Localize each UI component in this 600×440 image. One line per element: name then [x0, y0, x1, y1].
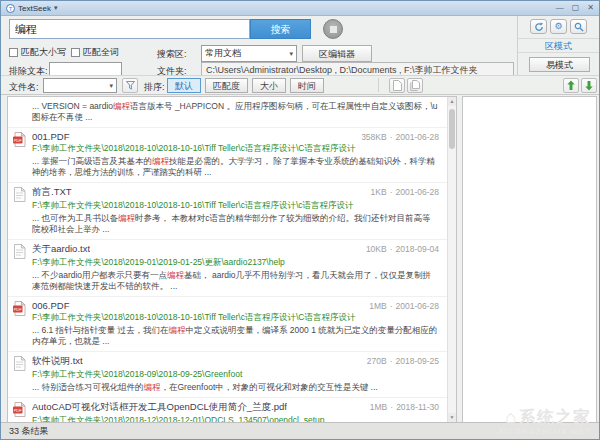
filter-bar: 文件名: ▾ 排序: 默认匹配度大小时间 [1, 75, 599, 95]
filter-button[interactable] [122, 78, 138, 93]
close-button[interactable]: ✕ [587, 3, 594, 13]
stop-button[interactable] [323, 19, 343, 39]
result-path: F:\李帅工作文件夹\2018\2019-01\2019-01-25\更新\aa… [32, 257, 439, 269]
meta-separator: · [390, 244, 393, 254]
sort-button-3[interactable]: 时间 [290, 78, 324, 93]
result-snippet: ... VERSION = aardio编程语言版本号 _HAPPICON 。应… [32, 101, 439, 123]
next-match-button[interactable] [581, 78, 597, 93]
svg-text:PDF: PDF [14, 138, 23, 143]
result-date: 2001-06-28 [396, 187, 439, 197]
result-size: 270B [367, 356, 387, 366]
result-path: F:\李帅工作文件夹\2018\2018-10\2018-10-16\Tiff … [32, 143, 439, 155]
result-filename: 001.PDF [32, 131, 70, 142]
result-snippet: ... 也可作为工具书以备编程时参考， 本教材对c语言的精华部分作了较为细致的介… [32, 213, 439, 235]
result-snippet: ... 6.1 指针与指针变量 过去，我们在编程中定义或说明变量，编译系 200… [32, 325, 439, 347]
result-size: 358KB [361, 132, 387, 142]
sort-button-0[interactable]: 默认 [167, 78, 201, 93]
zone-mode-link[interactable]: 区模式 [518, 38, 599, 53]
title-bar: T TextSeek ▾ — ▢ ✕ [1, 1, 599, 16]
result-path: F:\李帅工作文件夹\2018\2018-12\2018-12-01\ODCLS… [32, 415, 439, 422]
pdf-icon: PDF [13, 301, 26, 316]
result-item[interactable]: PDF 001.PDF 358KB·2001-06-28 F:\李帅工作文件夹\… [8, 128, 447, 183]
result-item[interactable]: PDF 关于aardio.txt 10KB·2018-09-04 F:\李帅工作… [8, 240, 447, 297]
meta-separator: · [390, 402, 393, 412]
textseek-window: T TextSeek ▾ — ▢ ✕ 搜索 匹配大小写 匹配全词 搜索区: 常用… [0, 0, 600, 440]
maximize-button[interactable]: ▢ [572, 3, 580, 13]
search-keyword-highlight: 编程 [113, 101, 130, 111]
scrollbar-thumb[interactable] [449, 109, 455, 149]
search-keyword-highlight: 编程 [143, 382, 160, 392]
result-filename: AutoCAD可视化对话框开发工具OpenDCL使用简介_兰度.pdf [32, 401, 287, 414]
meta-separator: · [390, 356, 393, 366]
sort-button-2[interactable]: 大小 [252, 78, 286, 93]
magnifier-icon [574, 22, 584, 32]
app-title[interactable]: TextSeek [18, 4, 51, 13]
search-keyword-highlight: 编程 [167, 270, 184, 280]
search-keyword-highlight: 编程 [118, 213, 135, 223]
whole-word-checkbox[interactable] [71, 48, 80, 57]
match-case-checkbox[interactable] [9, 48, 18, 57]
result-snippet: ... 特别适合练习可视化组件的编程，在Greenfoot中，对象的可视化和对象… [32, 382, 439, 393]
meta-separator: · [390, 187, 393, 197]
previous-match-button[interactable] [563, 78, 579, 93]
toolbar-divider [378, 78, 379, 92]
result-snippet: ... 不少aardio用户都表示只要有一点编程基础， aardio几乎不用特别… [32, 270, 439, 292]
pdf-icon: PDF [13, 132, 26, 147]
sort-button-1[interactable]: 匹配度 [205, 78, 248, 93]
scroll-up-button[interactable]: ▲ [448, 97, 456, 106]
result-size: 10KB [366, 244, 387, 254]
results-scrollbar[interactable]: ▲ ▼ [447, 97, 456, 422]
result-item-partial[interactable]: ... VERSION = aardio编程语言版本号 _HAPPICON 。应… [8, 97, 447, 128]
zone-label: 搜索区: [157, 48, 187, 61]
result-item[interactable]: PDF 006.PDF 1MB·2001-06-28 F:\李帅工作文件夹\20… [8, 297, 447, 352]
chevron-down-icon: ▾ [109, 82, 113, 90]
result-meta: 1KB·2001-06-28 [363, 187, 439, 197]
result-date: 2001-06-28 [396, 301, 439, 311]
stop-icon [330, 26, 337, 33]
results-list: ... VERSION = aardio编程语言版本号 _HAPPICON 。应… [8, 97, 447, 422]
whole-word-option[interactable]: 匹配全词 [71, 46, 119, 59]
settings-button[interactable]: ⚙ [550, 19, 567, 34]
match-case-label: 匹配大小写 [21, 46, 66, 59]
pdf-icon: PDF [13, 402, 26, 417]
easy-mode-button[interactable]: 易模式 [529, 57, 590, 72]
result-date: 2018-09-25 [396, 356, 439, 366]
result-item[interactable]: PDF 前言.TXT 1KB·2001-06-28 F:\李帅工作文件夹\201… [8, 183, 447, 240]
sort-label: 排序: [144, 81, 165, 94]
scroll-down-button[interactable]: ▼ [448, 413, 456, 422]
preview-search-button[interactable] [570, 19, 587, 34]
result-item[interactable]: PDF AutoCAD可视化对话框开发工具OpenDCL使用简介_兰度.pdf … [8, 398, 447, 422]
result-filename: 软件说明.txt [32, 355, 83, 368]
search-keyword-highlight: 编程 [152, 156, 169, 166]
svg-text:PDF: PDF [14, 307, 23, 312]
result-date: 2018-11-30 [396, 402, 439, 412]
zone-select[interactable]: 常用文档 ▾ [201, 45, 297, 62]
result-count: 33 条结果 [9, 426, 49, 436]
result-meta: 10KB·2018-09-04 [358, 244, 439, 254]
documents-stack-icon [410, 80, 421, 91]
result-item[interactable]: PDF 软件说明.txt 270B·2018-09-25 F:\李帅工作文件夹\… [8, 352, 447, 398]
app-icon: T [6, 4, 15, 13]
txt-icon [13, 187, 26, 202]
app-menu-caret-icon[interactable]: ▾ [54, 4, 58, 12]
result-path: F:\李帅工作文件夹\2018\2018-10\2018-10-16\Tiff … [32, 200, 439, 212]
match-case-option[interactable]: 匹配大小写 [9, 46, 66, 59]
refresh-button[interactable] [530, 19, 547, 34]
zone-editor-button[interactable]: 区编辑器 [302, 45, 372, 62]
chevron-down-icon: ▾ [289, 50, 293, 58]
open-folder-button[interactable] [407, 78, 423, 93]
funnel-icon [126, 81, 135, 90]
open-file-button[interactable] [389, 78, 405, 93]
result-meta: 1MB·2001-06-28 [361, 301, 439, 311]
search-button[interactable]: 搜索 [250, 19, 311, 39]
result-meta: 270B·2018-09-25 [359, 356, 439, 366]
filename-select[interactable]: ▾ [43, 78, 117, 93]
result-filename: 006.PDF [32, 300, 70, 311]
result-meta: 1MB·2018-11-30 [362, 402, 439, 412]
search-input[interactable] [9, 19, 250, 39]
result-meta: 358KB·2001-06-28 [353, 132, 439, 142]
refresh-icon [534, 22, 544, 32]
results-pane: ... VERSION = aardio编程语言版本号 _HAPPICON 。应… [7, 96, 457, 423]
whole-word-label: 匹配全词 [83, 46, 119, 59]
minimize-button[interactable]: — [556, 3, 564, 13]
